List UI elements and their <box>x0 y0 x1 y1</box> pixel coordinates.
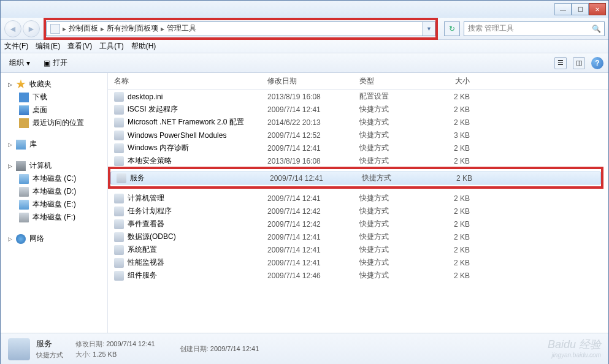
sidebar-network[interactable]: ▷ 网络 <box>1 232 107 245</box>
expand-icon: ▷ <box>8 142 12 148</box>
sidebar-item[interactable]: 最近访问的位置 <box>1 116 107 129</box>
search-box[interactable]: 搜索 管理工具 🔍 <box>464 21 605 36</box>
expand-icon: ▷ <box>8 82 12 88</box>
file-row[interactable]: 事件查看器 2009/7/14 12:42 快捷方式 2 KB <box>108 218 608 230</box>
status-title: 服务 <box>36 338 63 349</box>
sidebar-drive[interactable]: 本地磁盘 (C:) <box>1 172 107 185</box>
titlebar: — ☐ ✕ <box>1 1 608 18</box>
disk-icon <box>19 187 29 197</box>
maximize-button[interactable]: ☐ <box>572 3 589 15</box>
column-headers: 名称 修改日期 类型 大小 <box>108 73 608 90</box>
addressbar-highlight: ▸ 控制面板 ▸ 所有控制面板项 ▸ 管理工具 ▼ <box>44 18 438 40</box>
breadcrumb-seg[interactable]: 所有控制面板项 <box>107 23 158 34</box>
file-icon <box>114 118 124 127</box>
status-file-icon <box>8 338 30 360</box>
close-button[interactable]: ✕ <box>589 3 606 15</box>
menu-file[interactable]: 文件(F) <box>4 41 28 51</box>
file-row[interactable]: 任务计划程序 2009/7/14 12:42 快捷方式 2 KB <box>108 205 608 218</box>
col-date[interactable]: 修改日期 <box>267 76 359 86</box>
file-icon <box>114 207 124 216</box>
file-icon <box>114 245 124 255</box>
search-placeholder: 搜索 管理工具 <box>468 23 514 34</box>
sidebar-drive[interactable]: 本地磁盘 (D:) <box>1 185 107 198</box>
status-subtitle: 快捷方式 <box>36 351 63 360</box>
recent-icon <box>19 118 29 128</box>
organize-button[interactable]: 组织 ▾ <box>6 56 34 69</box>
file-row[interactable]: 本地安全策略 2013/8/19 16:08 快捷方式 2 KB <box>108 154 608 167</box>
refresh-button[interactable]: ↻ <box>444 21 460 36</box>
file-icon <box>114 258 124 268</box>
refresh-icon: ↻ <box>449 25 455 33</box>
file-row[interactable]: 计算机管理 2009/7/14 12:41 快捷方式 2 KB <box>108 192 608 205</box>
minimize-button[interactable]: — <box>554 3 572 15</box>
file-row[interactable]: Windows PowerShell Modules 2009/7/14 12:… <box>108 129 608 142</box>
location-icon <box>50 24 60 34</box>
desktop-icon <box>19 105 29 115</box>
file-icon <box>114 232 124 242</box>
file-icon <box>114 271 124 281</box>
open-button[interactable]: ▣ 打开 <box>40 56 71 69</box>
sidebar-drive[interactable]: 本地磁盘 (E:) <box>1 198 107 211</box>
preview-pane-button[interactable]: ◫ <box>573 57 585 69</box>
sidebar-item[interactable]: 下载 <box>1 91 107 104</box>
file-row[interactable]: Microsoft .NET Framework 2.0 配置 2014/6/2… <box>108 116 608 129</box>
file-icon <box>117 173 126 183</box>
file-icon <box>114 92 124 102</box>
toolbar: 组织 ▾ ▣ 打开 ☰ ◫ ? <box>1 53 608 73</box>
star-icon <box>16 80 26 89</box>
file-icon <box>114 143 124 153</box>
help-button[interactable]: ? <box>591 57 603 69</box>
file-list: desktop.ini 2013/8/19 16:08 配置设置 2 KB iS… <box>108 90 608 333</box>
chevron-down-icon: ▾ <box>26 59 30 67</box>
dl-icon <box>19 93 29 102</box>
computer-icon <box>16 161 26 171</box>
address-dropdown[interactable]: ▼ <box>423 21 435 36</box>
file-icon <box>114 156 124 166</box>
expand-icon: ▷ <box>8 163 12 169</box>
file-row[interactable]: Windows 内存诊断 2009/7/14 12:41 快捷方式 2 KB <box>108 142 608 154</box>
disk-icon <box>19 174 29 184</box>
file-row[interactable]: desktop.ini 2013/8/19 16:08 配置设置 2 KB <box>108 90 608 103</box>
col-name[interactable]: 名称 <box>114 76 267 86</box>
view-options-button[interactable]: ☰ <box>554 57 567 69</box>
breadcrumb-sep-icon: ▸ <box>161 25 164 33</box>
file-pane: 名称 修改日期 类型 大小 desktop.ini 2013/8/19 16:0… <box>108 73 608 333</box>
col-type[interactable]: 类型 <box>359 76 427 86</box>
breadcrumb-seg[interactable]: 控制面板 <box>69 23 98 34</box>
back-button[interactable]: ◄ <box>4 20 21 37</box>
network-icon <box>16 234 26 244</box>
menu-bar: 文件(F) 编辑(E) 查看(V) 工具(T) 帮助(H) <box>1 40 608 53</box>
disk-icon <box>19 213 29 222</box>
col-size[interactable]: 大小 <box>427 76 470 86</box>
explorer-window: — ☐ ✕ ◄ ► ▸ 控制面板 ▸ 所有控制面板项 ▸ 管理工具 ▼ ↻ 搜索… <box>0 0 609 364</box>
file-row[interactable]: 数据源(ODBC) 2009/7/14 12:41 快捷方式 2 KB <box>108 230 608 243</box>
file-icon <box>114 194 124 203</box>
menu-view[interactable]: 查看(V) <box>67 41 92 51</box>
sidebar-favorites[interactable]: ▷ 收藏夹 <box>1 78 107 91</box>
forward-arrow-icon: ► <box>27 24 36 34</box>
search-icon: 🔍 <box>592 25 600 33</box>
library-icon <box>16 140 26 150</box>
sidebar: ▷ 收藏夹 下载桌面最近访问的位置 ▷ 库 ▷ 计算机 <box>1 73 108 333</box>
breadcrumb-sep-icon: ▸ <box>63 25 66 33</box>
back-arrow-icon: ◄ <box>9 24 17 34</box>
sidebar-item[interactable]: 桌面 <box>1 104 107 116</box>
sidebar-drive[interactable]: 本地磁盘 (F:) <box>1 211 107 224</box>
file-row[interactable]: 服务 2009/7/14 12:41 快捷方式 2 KB <box>110 172 601 184</box>
sidebar-libraries[interactable]: ▷ 库 <box>1 138 107 151</box>
menu-help[interactable]: 帮助(H) <box>131 41 156 51</box>
file-row[interactable]: iSCSI 发起程序 2009/7/14 12:41 快捷方式 2 KB <box>108 103 608 116</box>
sidebar-computer[interactable]: ▷ 计算机 <box>1 159 107 172</box>
menu-tools[interactable]: 工具(T) <box>99 41 123 51</box>
file-row[interactable]: 系统配置 2009/7/14 12:41 快捷方式 2 KB <box>108 243 608 256</box>
file-row[interactable]: 性能监视器 2009/7/14 12:41 快捷方式 2 KB <box>108 256 608 269</box>
menu-edit[interactable]: 编辑(E) <box>36 41 60 51</box>
status-bar: 服务 快捷方式 修改日期: 2009/7/14 12:41 大小: 1.25 K… <box>1 333 608 364</box>
file-row[interactable]: 组件服务 2009/7/14 12:46 快捷方式 2 KB <box>108 269 608 282</box>
file-icon <box>114 131 124 140</box>
file-icon <box>114 105 124 115</box>
disk-icon <box>19 200 29 210</box>
forward-button[interactable]: ► <box>23 20 40 37</box>
breadcrumb-seg[interactable]: 管理工具 <box>167 23 196 34</box>
address-bar[interactable]: ▸ 控制面板 ▸ 所有控制面板项 ▸ 管理工具 <box>46 21 423 36</box>
